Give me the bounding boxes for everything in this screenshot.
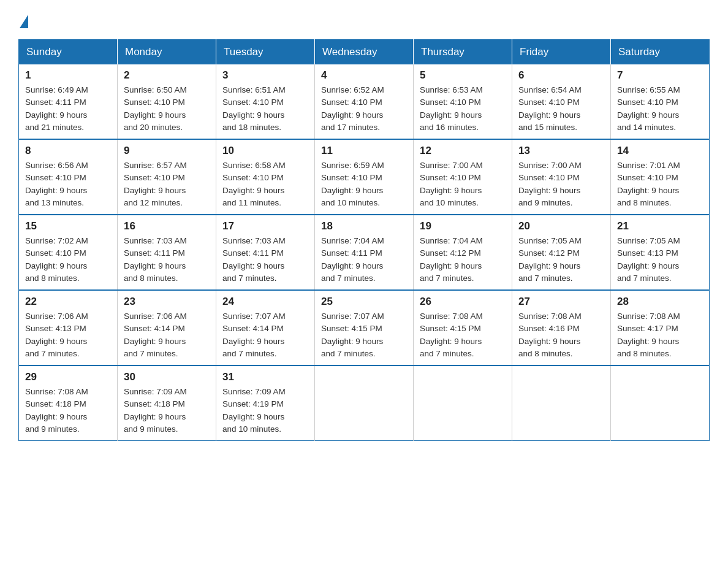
calendar-week-row: 22 Sunrise: 7:06 AMSunset: 4:13 PMDaylig…	[19, 290, 710, 366]
calendar-day-cell: 25 Sunrise: 7:07 AMSunset: 4:15 PMDaylig…	[315, 290, 414, 366]
day-info: Sunrise: 7:09 AMSunset: 4:18 PMDaylight:…	[124, 386, 210, 435]
day-number: 14	[617, 145, 703, 157]
calendar-week-row: 8 Sunrise: 6:56 AMSunset: 4:10 PMDayligh…	[19, 139, 710, 215]
calendar-day-cell: 12 Sunrise: 7:00 AMSunset: 4:10 PMDaylig…	[414, 139, 512, 215]
calendar-day-cell	[315, 366, 414, 441]
calendar-day-cell: 31 Sunrise: 7:09 AMSunset: 4:19 PMDaylig…	[216, 366, 315, 441]
day-number: 16	[124, 220, 210, 232]
calendar-day-cell	[414, 366, 512, 441]
day-number: 15	[25, 220, 111, 232]
day-number: 8	[25, 145, 111, 157]
header-monday: Monday	[118, 40, 216, 65]
day-info: Sunrise: 7:06 AMSunset: 4:13 PMDaylight:…	[25, 310, 111, 360]
day-info: Sunrise: 7:09 AMSunset: 4:19 PMDaylight:…	[222, 386, 308, 435]
day-number: 11	[321, 145, 407, 157]
calendar-day-cell: 17 Sunrise: 7:03 AMSunset: 4:11 PMDaylig…	[216, 215, 315, 290]
calendar-day-cell	[611, 366, 710, 441]
day-number: 21	[617, 220, 703, 232]
calendar-day-cell: 4 Sunrise: 6:52 AMSunset: 4:10 PMDayligh…	[315, 64, 414, 139]
day-info: Sunrise: 7:04 AMSunset: 4:11 PMDaylight:…	[321, 235, 407, 285]
day-number: 5	[420, 69, 506, 82]
day-info: Sunrise: 7:03 AMSunset: 4:11 PMDaylight:…	[222, 235, 308, 285]
calendar-day-cell	[512, 366, 611, 441]
day-info: Sunrise: 6:54 AMSunset: 4:10 PMDaylight:…	[518, 84, 604, 134]
header	[18, 12, 710, 28]
day-info: Sunrise: 6:49 AMSunset: 4:11 PMDaylight:…	[25, 84, 111, 134]
calendar-week-row: 29 Sunrise: 7:08 AMSunset: 4:18 PMDaylig…	[19, 366, 710, 441]
calendar-day-cell: 5 Sunrise: 6:53 AMSunset: 4:10 PMDayligh…	[414, 64, 512, 139]
calendar-day-cell: 1 Sunrise: 6:49 AMSunset: 4:11 PMDayligh…	[19, 64, 118, 139]
day-number: 17	[222, 220, 308, 232]
day-number: 4	[321, 69, 407, 82]
day-info: Sunrise: 6:53 AMSunset: 4:10 PMDaylight:…	[420, 84, 506, 134]
day-info: Sunrise: 6:57 AMSunset: 4:10 PMDaylight:…	[124, 159, 210, 209]
day-number: 28	[617, 296, 703, 308]
day-number: 30	[124, 371, 210, 383]
day-info: Sunrise: 7:00 AMSunset: 4:10 PMDaylight:…	[420, 159, 506, 209]
header-wednesday: Wednesday	[315, 40, 414, 65]
calendar-day-cell: 16 Sunrise: 7:03 AMSunset: 4:11 PMDaylig…	[118, 215, 216, 290]
header-thursday: Thursday	[414, 40, 512, 65]
day-info: Sunrise: 7:05 AMSunset: 4:13 PMDaylight:…	[617, 235, 703, 285]
calendar-day-cell: 10 Sunrise: 6:58 AMSunset: 4:10 PMDaylig…	[216, 139, 315, 215]
day-info: Sunrise: 7:02 AMSunset: 4:10 PMDaylight:…	[25, 235, 111, 285]
day-number: 18	[321, 220, 407, 232]
day-info: Sunrise: 7:04 AMSunset: 4:12 PMDaylight:…	[420, 235, 506, 285]
day-number: 22	[25, 296, 111, 308]
calendar-week-row: 15 Sunrise: 7:02 AMSunset: 4:10 PMDaylig…	[19, 215, 710, 290]
calendar-day-cell: 14 Sunrise: 7:01 AMSunset: 4:10 PMDaylig…	[611, 139, 710, 215]
calendar-day-cell: 8 Sunrise: 6:56 AMSunset: 4:10 PMDayligh…	[19, 139, 118, 215]
day-info: Sunrise: 6:56 AMSunset: 4:10 PMDaylight:…	[25, 159, 111, 209]
calendar-day-cell: 9 Sunrise: 6:57 AMSunset: 4:10 PMDayligh…	[118, 139, 216, 215]
header-sunday: Sunday	[19, 40, 118, 65]
logo	[18, 12, 28, 28]
day-number: 25	[321, 296, 407, 308]
day-info: Sunrise: 6:58 AMSunset: 4:10 PMDaylight:…	[222, 159, 308, 209]
calendar-day-cell: 18 Sunrise: 7:04 AMSunset: 4:11 PMDaylig…	[315, 215, 414, 290]
day-info: Sunrise: 7:00 AMSunset: 4:10 PMDaylight:…	[518, 159, 604, 209]
day-number: 9	[124, 145, 210, 157]
day-info: Sunrise: 6:55 AMSunset: 4:10 PMDaylight:…	[617, 84, 703, 134]
day-info: Sunrise: 7:05 AMSunset: 4:12 PMDaylight:…	[518, 235, 604, 285]
day-number: 12	[420, 145, 506, 157]
day-number: 10	[222, 145, 308, 157]
day-info: Sunrise: 7:01 AMSunset: 4:10 PMDaylight:…	[617, 159, 703, 209]
calendar-day-cell: 2 Sunrise: 6:50 AMSunset: 4:10 PMDayligh…	[118, 64, 216, 139]
calendar-day-cell: 19 Sunrise: 7:04 AMSunset: 4:12 PMDaylig…	[414, 215, 512, 290]
day-info: Sunrise: 6:50 AMSunset: 4:10 PMDaylight:…	[124, 84, 210, 134]
calendar-day-cell: 20 Sunrise: 7:05 AMSunset: 4:12 PMDaylig…	[512, 215, 611, 290]
day-number: 20	[518, 220, 604, 232]
day-info: Sunrise: 7:08 AMSunset: 4:18 PMDaylight:…	[25, 386, 111, 435]
day-info: Sunrise: 6:52 AMSunset: 4:10 PMDaylight:…	[321, 84, 407, 134]
calendar-day-cell: 3 Sunrise: 6:51 AMSunset: 4:10 PMDayligh…	[216, 64, 315, 139]
day-info: Sunrise: 7:07 AMSunset: 4:15 PMDaylight:…	[321, 310, 407, 360]
calendar-week-row: 1 Sunrise: 6:49 AMSunset: 4:11 PMDayligh…	[19, 64, 710, 139]
day-number: 3	[222, 69, 308, 82]
day-number: 7	[617, 69, 703, 82]
header-saturday: Saturday	[611, 40, 710, 65]
calendar-day-cell: 24 Sunrise: 7:07 AMSunset: 4:14 PMDaylig…	[216, 290, 315, 366]
calendar-table: SundayMondayTuesdayWednesdayThursdayFrid…	[18, 39, 710, 441]
calendar-day-cell: 29 Sunrise: 7:08 AMSunset: 4:18 PMDaylig…	[19, 366, 118, 441]
day-info: Sunrise: 6:59 AMSunset: 4:10 PMDaylight:…	[321, 159, 407, 209]
day-number: 24	[222, 296, 308, 308]
day-number: 26	[420, 296, 506, 308]
header-tuesday: Tuesday	[216, 40, 315, 65]
day-info: Sunrise: 7:06 AMSunset: 4:14 PMDaylight:…	[124, 310, 210, 360]
day-number: 19	[420, 220, 506, 232]
day-number: 29	[25, 371, 111, 383]
day-number: 23	[124, 296, 210, 308]
calendar-day-cell: 27 Sunrise: 7:08 AMSunset: 4:16 PMDaylig…	[512, 290, 611, 366]
calendar-day-cell: 26 Sunrise: 7:08 AMSunset: 4:15 PMDaylig…	[414, 290, 512, 366]
calendar-day-cell: 7 Sunrise: 6:55 AMSunset: 4:10 PMDayligh…	[611, 64, 710, 139]
calendar-day-cell: 28 Sunrise: 7:08 AMSunset: 4:17 PMDaylig…	[611, 290, 710, 366]
day-number: 1	[25, 69, 111, 82]
calendar-day-cell: 22 Sunrise: 7:06 AMSunset: 4:13 PMDaylig…	[19, 290, 118, 366]
calendar-day-cell: 15 Sunrise: 7:02 AMSunset: 4:10 PMDaylig…	[19, 215, 118, 290]
calendar-day-cell: 13 Sunrise: 7:00 AMSunset: 4:10 PMDaylig…	[512, 139, 611, 215]
day-info: Sunrise: 7:08 AMSunset: 4:15 PMDaylight:…	[420, 310, 506, 360]
day-number: 13	[518, 145, 604, 157]
calendar-day-cell: 6 Sunrise: 6:54 AMSunset: 4:10 PMDayligh…	[512, 64, 611, 139]
day-number: 6	[518, 69, 604, 82]
calendar-day-cell: 23 Sunrise: 7:06 AMSunset: 4:14 PMDaylig…	[118, 290, 216, 366]
